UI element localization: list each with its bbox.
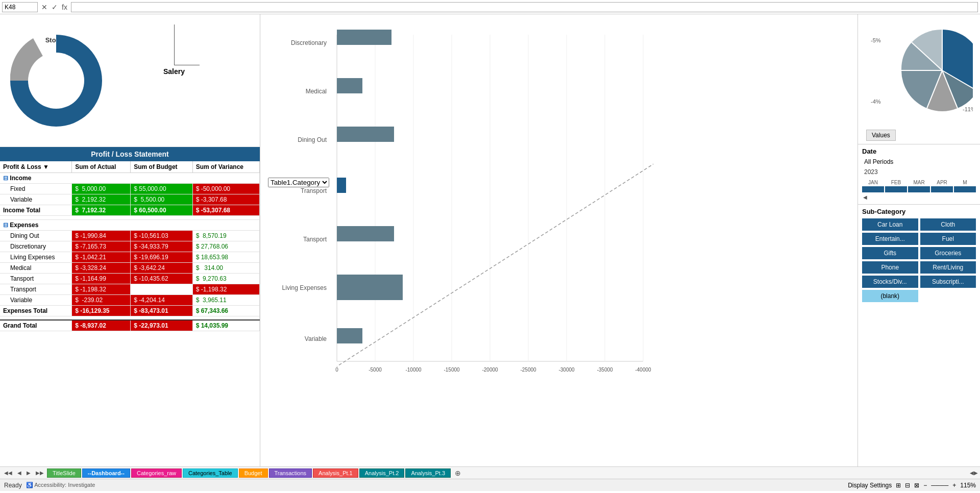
month-scroll-bar[interactable]	[862, 186, 976, 192]
month-bar-feb	[885, 186, 907, 192]
tab-scroll-next[interactable]: ▶	[24, 469, 33, 477]
bar-transport-actual	[337, 178, 346, 193]
formula-bar-input[interactable]	[71, 2, 978, 12]
expense-variable-label: Variable	[0, 295, 72, 306]
subcategory-rent-living[interactable]: Rent/Living	[920, 261, 976, 274]
status-ready: Ready	[4, 482, 22, 489]
status-right: Display Settings ⊞ ⊟ ⊠ − ──── + 115%	[848, 482, 976, 489]
expense-living-variance: $ 18,653.98	[192, 252, 259, 263]
expense-variable-actual: $ -239.02	[72, 295, 131, 306]
subcategory-cloth[interactable]: Cloth	[920, 218, 976, 231]
tab-categories-raw[interactable]: Categories_raw	[131, 469, 182, 478]
subcategory-stocks-div[interactable]: Stocks/Div...	[862, 276, 918, 288]
svg-text:Dining Out: Dining Out	[298, 136, 327, 143]
tab-analysis-pt1[interactable]: Analysis_Pt.1	[313, 469, 358, 478]
income-total-row: Income Total $ 7,192.32 $ 60,500.00 $ -5…	[0, 205, 260, 216]
tab-scrollbar[interactable]: ◀▶	[970, 470, 978, 476]
bar-tansport-actual	[337, 226, 394, 241]
subcategory-section: Sub-Category Car Loan Cloth Entertain...…	[858, 204, 980, 466]
year-2023-option[interactable]: 2023	[862, 167, 976, 177]
left-panel: Stocks Salery Profit / Loss Statement	[0, 14, 260, 466]
view-page-break-icon[interactable]: ⊠	[914, 482, 919, 489]
display-settings-button[interactable]: Display Settings	[848, 482, 892, 489]
subcategory-groceries[interactable]: Groceries	[920, 247, 976, 259]
tab-analysis-pt2[interactable]: Analysis_Pt.2	[359, 469, 405, 478]
svg-text:Discretionary: Discretionary	[291, 39, 327, 46]
date-filter-title: Date	[862, 147, 976, 155]
all-periods-option[interactable]: All Periods	[862, 157, 976, 166]
tab-scroll-prev[interactable]: ◀	[15, 469, 23, 477]
donut-chart-area: Stocks Salery	[0, 14, 260, 147]
grand-total-budget: $ -22,973.01	[131, 320, 192, 331]
tab-scroll-right[interactable]: ▶▶	[34, 469, 46, 477]
view-normal-icon[interactable]: ⊞	[896, 482, 901, 489]
income-fixed-row: Fixed $ 5,000.00 $ 55,000.00 $ -50,000.0…	[0, 184, 260, 194]
tab-dashboard[interactable]: --Dashboard--	[82, 469, 130, 478]
subcategory-blank[interactable]: (blank)	[862, 290, 918, 302]
subcategory-fuel[interactable]: Fuel	[920, 233, 976, 245]
pie-label-1: -5%	[871, 37, 881, 43]
subcategory-gifts[interactable]: Gifts	[862, 247, 918, 259]
category-filter-select[interactable]: Table1.Category	[268, 178, 329, 187]
month-apr: APR	[931, 180, 953, 185]
tab-scroll-left[interactable]: ◀◀	[2, 469, 14, 477]
tab-budget[interactable]: Budget	[239, 469, 268, 478]
fx-icon[interactable]: fx	[60, 3, 69, 11]
cell-reference-input[interactable]: K48	[2, 2, 38, 12]
tab-categories-table[interactable]: Categories_Table	[183, 469, 238, 478]
subcategory-car-loan[interactable]: Car Loan	[862, 218, 918, 231]
tab-titleslide[interactable]: TitleSlide	[47, 469, 81, 478]
month-m: M	[954, 180, 976, 185]
subcategory-subscripti[interactable]: Subscripti...	[920, 276, 976, 288]
income-label: ⊟ Income	[0, 173, 260, 184]
svg-text:-5000: -5000	[369, 367, 382, 373]
view-page-layout-icon[interactable]: ⊟	[905, 482, 910, 489]
svg-text:Transport: Transport	[301, 187, 327, 194]
tab-analysis-pt3[interactable]: Analysis_Pt.3	[405, 469, 451, 478]
values-button[interactable]: Values	[866, 130, 896, 141]
zoom-plus-icon[interactable]: +	[952, 482, 956, 489]
bar-diningout-actual	[337, 127, 394, 142]
svg-text:Variable: Variable	[305, 335, 327, 342]
date-options: All Periods 2023	[862, 157, 976, 177]
zoom-minus-icon[interactable]: −	[923, 482, 927, 489]
subcategory-phone[interactable]: Phone	[862, 261, 918, 274]
svg-text:-10000: -10000	[405, 367, 422, 373]
expense-discretionary-actual: $ -7,165.73	[72, 241, 131, 252]
expense-variable-budget: $ -4,204.14	[131, 295, 192, 306]
pie-label-2: -4%	[871, 98, 881, 105]
svg-point-1	[28, 53, 84, 109]
income-variable-label: Variable	[0, 194, 72, 205]
expense-tansport-label: Tansport	[0, 274, 72, 284]
tab-transactions[interactable]: Transactions	[269, 469, 312, 478]
subcategory-grid: Car Loan Cloth Entertain... Fuel Gifts G…	[862, 218, 976, 302]
expense-discretionary-row: Discretionary $ -7,165.73 $ -34,933.79 $…	[0, 241, 260, 252]
scroll-left-arrow[interactable]: ◀	[862, 193, 868, 201]
expense-medical-actual: $ -3,328.24	[72, 263, 131, 274]
expense-transport-label: Transport	[0, 284, 72, 295]
income-total-variance: $ -53,307.68	[192, 205, 259, 216]
expense-transport-row: Transport $ -1,198.32 $ -1,198.32	[0, 284, 260, 295]
expense-discretionary-label: Discretionary	[0, 241, 72, 252]
subcategory-entertain[interactable]: Entertain...	[862, 233, 918, 245]
svg-text:-25000: -25000	[520, 367, 536, 373]
expenses-label: ⊟ Expenses	[0, 220, 260, 231]
zoom-slider[interactable]: ────	[931, 482, 948, 489]
month-feb: FEB	[885, 180, 907, 185]
cancel-icon[interactable]: ✕	[40, 3, 49, 11]
bar-variable-actual	[337, 328, 362, 343]
expense-tansport-row: Tansport $ -1,164.99 $ -10,435.62 $ 9,27…	[0, 274, 260, 284]
expense-discretionary-variance: $ 27,768.06	[192, 241, 259, 252]
confirm-icon[interactable]: ✓	[50, 3, 59, 11]
add-sheet-button[interactable]: ⊕	[452, 469, 464, 477]
zoom-level: 115%	[960, 482, 976, 489]
income-variable-row: Variable $ 2,192.32 $ 5,500.00 $ -3,307.…	[0, 194, 260, 205]
pie-label-3: -11%	[963, 106, 973, 112]
right-panel: -5% -4% -11% Values Date All Periods 202…	[857, 14, 980, 466]
category-filter[interactable]: Table1.Category	[268, 178, 329, 187]
expense-dining-variance: $ 8,570.19	[192, 231, 259, 241]
formula-icons: ✕ ✓ fx	[40, 3, 69, 11]
svg-text:Living Expenses: Living Expenses	[282, 284, 327, 291]
income-fixed-actual: $ 5,000.00	[72, 184, 131, 194]
bar-discretionary-actual	[337, 30, 391, 45]
